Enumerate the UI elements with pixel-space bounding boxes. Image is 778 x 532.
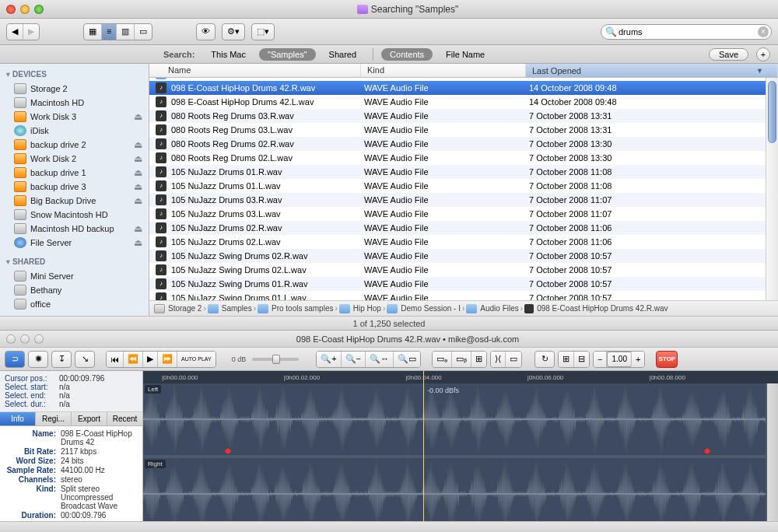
- sidebar-item[interactable]: Snow Macintosh HD: [0, 208, 149, 222]
- sidebar-item[interactable]: office: [0, 297, 149, 311]
- view-b-button[interactable]: ⊟: [574, 352, 589, 367]
- view-coverflow[interactable]: ▭: [135, 24, 152, 40]
- scope-samples[interactable]: "Samples": [259, 48, 316, 61]
- action-button[interactable]: ⚙▾: [222, 23, 245, 40]
- rewind-button[interactable]: ⏪: [124, 352, 143, 367]
- path-segment[interactable]: Audio Files: [480, 304, 518, 313]
- vertical-scrollbar[interactable]: [766, 78, 778, 300]
- table-row[interactable]: ♪105 NuJazz Swing Drums 01.R.wavWAVE Aud…: [149, 277, 778, 291]
- add-criteria-button[interactable]: +: [756, 47, 770, 61]
- eject-icon[interactable]: ⏏: [134, 237, 142, 248]
- view-icons[interactable]: ▦: [84, 24, 102, 40]
- table-row[interactable]: ♪098 E-Coast HipHop Drums 42.L.wavWAVE A…: [149, 95, 778, 109]
- zoom-icon[interactable]: [34, 5, 44, 14]
- path-segment[interactable]: 098 E-Coast HipHop Drums 42.R.wav: [537, 304, 668, 313]
- tool-link-button[interactable]: ⊃: [5, 351, 25, 368]
- editor-titlebar[interactable]: 098 E-Coast HipHop Drums 42.R.wav • mike…: [0, 331, 778, 348]
- sidebar-item[interactable]: Work Disk 3⏏: [0, 110, 149, 124]
- table-row[interactable]: ♪105 NuJazz Drums 01.R.wavWAVE Audio Fil…: [149, 165, 778, 179]
- minimize-icon[interactable]: [20, 334, 30, 344]
- scrollbar-thumb[interactable]: [768, 81, 776, 143]
- finder-titlebar[interactable]: Searching "Samples": [0, 0, 778, 19]
- eject-icon[interactable]: ⏏: [134, 139, 142, 150]
- eject-icon[interactable]: ⏏: [134, 167, 142, 178]
- autoplay-button[interactable]: AUTO PLAY: [177, 352, 216, 367]
- filter-contents[interactable]: Contents: [381, 48, 433, 61]
- col-name[interactable]: Name: [149, 64, 361, 77]
- sidebar-item[interactable]: Storage 2: [0, 82, 149, 96]
- sidebar-item[interactable]: backup drive 3⏏: [0, 180, 149, 194]
- scope-shared[interactable]: Shared: [321, 48, 365, 61]
- sidebar-item[interactable]: Macintosh HD backup⏏: [0, 222, 149, 236]
- eject-icon[interactable]: ⏏: [134, 153, 142, 164]
- goto-start-button[interactable]: ⏮: [107, 352, 124, 367]
- minimize-icon[interactable]: [20, 5, 30, 14]
- table-row[interactable]: ♪080 Roots Reg Drums 03.L.wavWAVE Audio …: [149, 123, 778, 137]
- view-a-button[interactable]: ⊞: [559, 352, 574, 367]
- sidebar-item[interactable]: Mini Server: [0, 269, 149, 283]
- file-rows[interactable]: R&B DrumsFolder12 November 2008 17:18♪09…: [149, 78, 778, 300]
- slider-knob[interactable]: [272, 355, 280, 364]
- filter-filename[interactable]: File Name: [437, 48, 493, 61]
- sidebar-item[interactable]: backup drive 1⏏: [0, 166, 149, 180]
- search-input[interactable]: [601, 24, 772, 40]
- view-list[interactable]: ≡: [102, 24, 117, 40]
- forward-button[interactable]: ⏩: [158, 352, 177, 367]
- table-row[interactable]: ♪105 NuJazz Drums 03.R.wavWAVE Audio Fil…: [149, 193, 778, 207]
- zoom-out-button[interactable]: 🔍−: [342, 352, 366, 367]
- eject-icon[interactable]: ⏏: [134, 111, 142, 122]
- path-segment[interactable]: Demo Session - I: [401, 304, 461, 313]
- table-row[interactable]: ♪105 NuJazz Drums 02.R.wavWAVE Audio Fil…: [149, 221, 778, 235]
- close-icon[interactable]: [6, 334, 16, 344]
- dropbox-button[interactable]: ⬚▾: [251, 23, 275, 40]
- sidebar-header[interactable]: SHARED: [0, 254, 149, 269]
- sidebar-item[interactable]: backup drive 2⏏: [0, 138, 149, 152]
- zoom-icon[interactable]: [34, 334, 44, 344]
- sidebar-item[interactable]: Bethany: [0, 283, 149, 297]
- zoom-inc-button[interactable]: +: [632, 352, 644, 367]
- sidebar-item[interactable]: Big Backup Drive⏏: [0, 194, 149, 208]
- eject-icon[interactable]: ⏏: [134, 195, 142, 206]
- path-segment[interactable]: Storage 2: [168, 304, 202, 313]
- loop-button[interactable]: ↻: [534, 351, 555, 368]
- region-a-button[interactable]: ▭ₐ: [433, 352, 452, 367]
- tool-cursor-button[interactable]: ↘: [75, 351, 95, 368]
- sidebar-item[interactable]: Macintosh HD: [0, 96, 149, 110]
- channel-right[interactable]: ⏻ Right: [143, 458, 766, 521]
- region-b-button[interactable]: ▭ᵦ: [452, 352, 471, 367]
- forward-button[interactable]: ▶: [23, 24, 39, 40]
- sidebar-header[interactable]: DEVICES: [0, 67, 149, 82]
- stop-button[interactable]: STOP: [656, 351, 678, 368]
- table-row[interactable]: ♪105 NuJazz Swing Drums 02.L.wavWAVE Aud…: [149, 263, 778, 277]
- back-button[interactable]: ◀: [7, 24, 23, 40]
- tool-snowflake-button[interactable]: ✺: [28, 351, 48, 368]
- view-columns[interactable]: ▥: [117, 24, 135, 40]
- volume-slider[interactable]: [252, 358, 299, 361]
- zoom-dec-button[interactable]: −: [594, 352, 607, 367]
- tab-regi[interactable]: Regi...: [36, 412, 72, 425]
- table-row[interactable]: ♪105 NuJazz Swing Drums 01.L.wavWAVE Aud…: [149, 291, 778, 300]
- sidebar-item[interactable]: File Server⏏: [0, 236, 149, 250]
- path-segment[interactable]: Samples: [222, 304, 252, 313]
- save-search-button[interactable]: Save: [709, 48, 748, 61]
- trim-button[interactable]: ⟩⟨: [491, 352, 506, 367]
- crop-button[interactable]: ▭: [506, 352, 521, 367]
- zoom-value[interactable]: 1.00: [607, 352, 631, 367]
- table-row[interactable]: ♪080 Roots Reg Drums 02.L.wavWAVE Audio …: [149, 151, 778, 165]
- sidebar-item[interactable]: Work Disk 2⏏: [0, 152, 149, 166]
- sidebar-item[interactable]: iDisk: [0, 124, 149, 138]
- play-button[interactable]: ▶: [143, 352, 158, 367]
- path-segment[interactable]: Pro tools samples: [272, 304, 333, 313]
- table-row[interactable]: ♪080 Roots Reg Drums 03.R.wavWAVE Audio …: [149, 109, 778, 123]
- eject-icon[interactable]: ⏏: [134, 181, 142, 192]
- zoom-in-button[interactable]: 🔍+: [317, 352, 341, 367]
- table-row[interactable]: ♪105 NuJazz Drums 01.L.wavWAVE Audio Fil…: [149, 179, 778, 193]
- waveform-area[interactable]: |0h00.00.000|0h00.02.000|0h00.04.000|0h0…: [143, 371, 778, 521]
- table-row[interactable]: ♪105 NuJazz Drums 03.L.wavWAVE Audio Fil…: [149, 207, 778, 221]
- path-segment[interactable]: Hip Hop: [353, 304, 381, 313]
- path-bar[interactable]: Storage 2›Samples›Pro tools samples›Hip …: [149, 300, 778, 316]
- eject-icon[interactable]: ⏏: [134, 223, 142, 234]
- tab-export[interactable]: Export: [72, 412, 107, 425]
- zoom-sel-button[interactable]: 🔍▭: [394, 352, 420, 367]
- scope-thismac[interactable]: This Mac: [202, 48, 254, 61]
